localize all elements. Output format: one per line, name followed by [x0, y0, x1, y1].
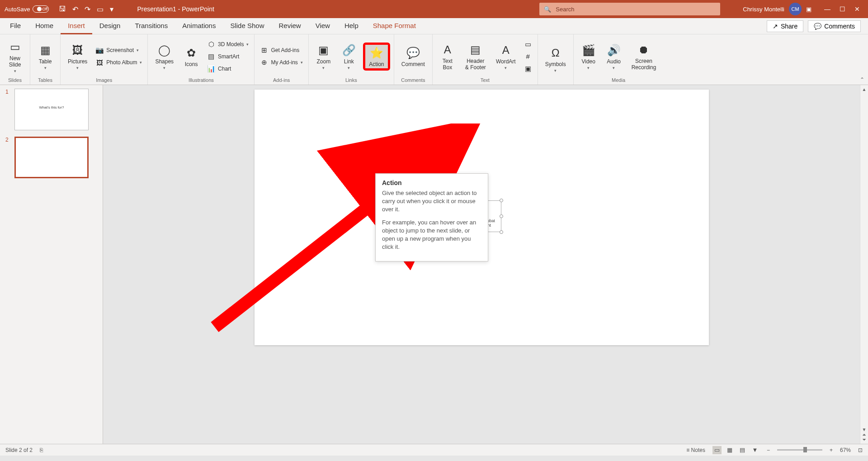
group-label-comments: Comments	[398, 76, 429, 84]
accessibility-icon[interactable]: ⎘	[40, 447, 43, 453]
user-area[interactable]: Chrissy Montelli CM ▣	[738, 3, 816, 15]
thumbnail-row-2[interactable]: 2	[5, 137, 97, 178]
symbols-icon: Ω	[548, 46, 563, 60]
comments-label: Comments	[824, 23, 855, 30]
pictures-button[interactable]: 🖼 Pictures ▾	[64, 42, 91, 71]
normal-view-icon[interactable]: ▭	[712, 446, 722, 454]
search-box[interactable]: 🔍 Search	[539, 3, 720, 15]
group-label-slides: Slides	[4, 76, 26, 84]
ribbon-display-icon[interactable]: ▣	[806, 6, 811, 13]
link-button[interactable]: 🔗Link▾	[338, 42, 360, 71]
slide-sorter-icon[interactable]: ▦	[725, 446, 734, 454]
vertical-scrollbar[interactable]: ▲ ▼ ⏶ ⏷	[860, 85, 868, 444]
tab-home[interactable]: Home	[28, 18, 61, 34]
slide-canvas-area[interactable]: Adobe Acrobat Document	[103, 85, 860, 444]
tab-slideshow[interactable]: Slide Show	[223, 18, 271, 34]
my-addins-button[interactable]: ⊕My Add-ins▾	[258, 57, 304, 67]
comment-button[interactable]: 💬Comment	[398, 45, 429, 68]
tab-review[interactable]: Review	[271, 18, 308, 34]
undo-icon[interactable]: ↶	[72, 5, 78, 14]
autosave-toggle[interactable]: AutoSave Off	[0, 5, 53, 13]
zoom-slider[interactable]	[777, 449, 822, 451]
selection-handle[interactable]	[500, 199, 503, 202]
zoom-slider-thumb[interactable]	[803, 447, 807, 452]
share-button[interactable]: ↗Share	[767, 20, 803, 32]
next-slide-icon[interactable]: ⏷	[862, 437, 867, 442]
notes-button[interactable]: ≡ Notes	[686, 447, 705, 453]
date-time-icon: ▭	[524, 40, 532, 48]
textbox-button[interactable]: AText Box	[436, 42, 459, 71]
group-label-text: Text	[436, 76, 534, 84]
photo-album-button[interactable]: 🖼Photo Album▾	[94, 57, 144, 67]
start-from-beginning-icon[interactable]: ▭	[97, 5, 104, 14]
minimize-icon[interactable]: —	[824, 5, 830, 13]
get-addins-button[interactable]: ⊞Get Add-ins	[258, 45, 304, 55]
symbols-button[interactable]: ΩSymbols▾	[542, 45, 570, 74]
collapse-ribbon-icon[interactable]: ⌃	[860, 76, 864, 83]
date-time-button[interactable]: ▭	[522, 39, 534, 49]
slide-number-button[interactable]: #	[522, 52, 534, 62]
scroll-up-icon[interactable]: ▲	[862, 87, 867, 92]
slide-thumbnail-1[interactable]: What's this for?	[14, 89, 89, 130]
table-button[interactable]: ▦ Table ▾	[34, 42, 57, 71]
scroll-down-icon[interactable]: ▼	[862, 427, 867, 432]
photo-album-label: Photo Album	[106, 59, 137, 66]
slide-thumbnail-2[interactable]	[14, 137, 89, 178]
slideshow-view-icon[interactable]: ▼	[750, 446, 760, 454]
zoom-icon: ▣	[316, 43, 331, 57]
chart-button[interactable]: 📊Chart	[205, 64, 250, 74]
wordart-button[interactable]: AWordArt▾	[492, 42, 519, 71]
tab-file[interactable]: File	[3, 18, 28, 34]
group-label-addins: Add-ins	[258, 76, 304, 84]
selection-handle[interactable]	[500, 230, 503, 234]
group-images: 🖼 Pictures ▾ 📷Screenshot▾ 🖼Photo Album▾ …	[61, 34, 148, 85]
prev-slide-icon[interactable]: ⏶	[862, 432, 867, 437]
comment-icon: 💬	[406, 46, 420, 60]
screenshot-button[interactable]: 📷Screenshot▾	[94, 45, 144, 55]
tab-shape-format[interactable]: Shape Format	[366, 18, 423, 34]
close-icon[interactable]: ✕	[854, 5, 860, 13]
chevron-down-icon: ▾	[76, 66, 79, 70]
chevron-down-icon: ▾	[613, 66, 615, 70]
new-slide-button[interactable]: ▭ New Slide ▾	[4, 39, 26, 74]
3dmodels-label: 3D Models	[218, 41, 244, 48]
group-label-images: Images	[64, 76, 144, 84]
tab-view[interactable]: View	[308, 18, 337, 34]
selection-handle[interactable]	[500, 214, 503, 218]
action-button[interactable]: ⭐Action	[365, 45, 388, 68]
new-slide-label: New Slide	[9, 55, 21, 68]
search-placeholder: Search	[556, 6, 574, 13]
audio-button[interactable]: 🔊Audio▾	[603, 42, 625, 71]
zoom-button[interactable]: ▣Zoom▾	[312, 42, 335, 71]
object-button[interactable]: ▣	[522, 64, 534, 74]
smartart-button[interactable]: ▤SmartArt	[205, 52, 250, 62]
shapes-button[interactable]: ◯Shapes▾	[151, 42, 177, 71]
customize-qat-icon[interactable]: ▾	[110, 5, 113, 14]
maximize-icon[interactable]: ☐	[840, 5, 845, 13]
tab-insert[interactable]: Insert	[61, 18, 92, 34]
tab-design[interactable]: Design	[92, 18, 128, 34]
zoom-out-icon[interactable]: −	[767, 447, 770, 453]
user-avatar[interactable]: CM	[789, 3, 802, 15]
main-area: 1 What's this for? 2 Adobe Acrobat Docum…	[0, 85, 868, 444]
slide-counter[interactable]: Slide 2 of 2	[5, 447, 33, 453]
chevron-down-icon: ▾	[44, 66, 47, 70]
video-button[interactable]: 🎬Video▾	[577, 42, 600, 71]
tab-animations[interactable]: Animations	[175, 18, 223, 34]
header-footer-button[interactable]: ▤Header & Footer	[462, 42, 490, 71]
reading-view-icon[interactable]: ▤	[738, 446, 747, 454]
save-icon[interactable]: 🖫	[59, 5, 66, 13]
screen-recording-button[interactable]: ⏺Screen Recording	[628, 42, 660, 71]
slide-thumbnail-panel[interactable]: 1 What's this for? 2	[0, 85, 103, 444]
zoom-percent[interactable]: 67%	[840, 447, 851, 453]
fit-to-window-icon[interactable]: ⊡	[858, 447, 863, 453]
comments-button[interactable]: 💬Comments	[808, 20, 861, 32]
redo-icon[interactable]: ↷	[85, 5, 90, 14]
icons-button[interactable]: ✿Icons	[180, 45, 203, 68]
toggle-switch[interactable]: Off	[33, 5, 49, 13]
tab-transitions[interactable]: Transitions	[127, 18, 175, 34]
3dmodels-button[interactable]: ⬡3D Models▾	[205, 39, 250, 49]
zoom-in-icon[interactable]: +	[830, 447, 833, 453]
tab-help[interactable]: Help	[337, 18, 366, 34]
thumbnail-row-1[interactable]: 1 What's this for?	[5, 89, 97, 130]
